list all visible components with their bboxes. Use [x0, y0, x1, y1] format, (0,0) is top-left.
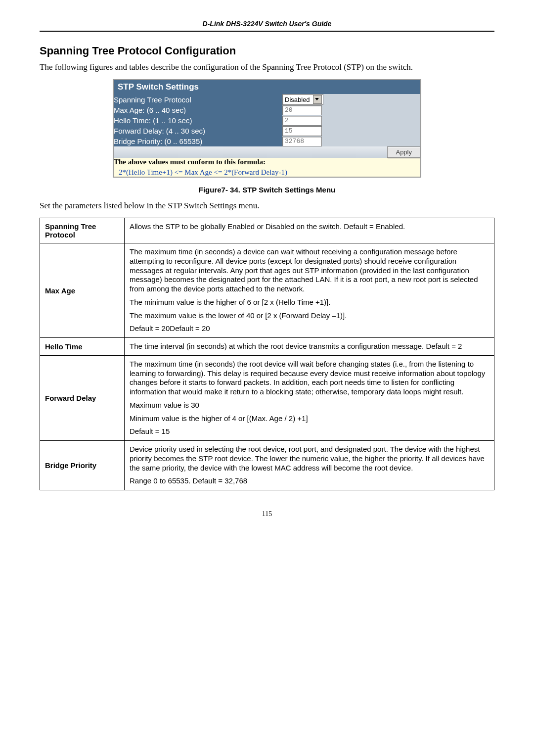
formula-line: 2*(Hello Time+1) <= Max Age <= 2*(Forwar…: [114, 168, 420, 177]
section-title: Spanning Tree Protocol Configuration: [40, 45, 494, 57]
param-text: The maximum time (in seconds) the root d…: [130, 360, 489, 397]
parameter-table: Spanning Tree Protocol Allows the STP to…: [40, 218, 494, 490]
table-row: Bridge Priority Device priority used in …: [40, 441, 494, 490]
table-row: Hello Time The time interval (in seconds…: [40, 338, 494, 356]
chevron-down-icon: [313, 95, 322, 104]
formula-title: The above values must conform to this fo…: [114, 158, 420, 166]
stp-hello-label: Hello Time: (1 .. 10 sec): [114, 115, 282, 126]
stp-bp-input[interactable]: 32768: [282, 137, 322, 146]
stp-maxage-label: Max Age: (6 .. 40 sec): [114, 105, 282, 115]
param-label: Forward Delay: [40, 355, 125, 440]
param-label: Hello Time: [40, 338, 125, 356]
param-text: The maximum value is the lower of 40 or …: [130, 311, 489, 321]
section-intro: The following figures and tables describ…: [40, 62, 494, 72]
param-label: Spanning Tree Protocol: [40, 218, 125, 243]
param-desc: The time interval (in seconds) at which …: [125, 338, 494, 356]
param-text: The maximum time (in seconds) a device c…: [130, 247, 489, 294]
param-desc: Device priority used in selecting the ro…: [125, 441, 494, 490]
param-text: Minimum value is the higher of 4 or [(Ma…: [130, 414, 489, 424]
param-text: Default = 20Default = 20: [130, 324, 489, 333]
param-text: The minimum value is the higher of 6 or …: [130, 298, 489, 307]
param-text: Allows the STP to be globally Enabled or…: [130, 222, 489, 232]
param-text: Default = 15: [130, 427, 489, 436]
param-text: Maximum value is 30: [130, 401, 489, 410]
param-text: The time interval (in seconds) at which …: [130, 342, 489, 351]
stp-protocol-select[interactable]: Disabled: [282, 94, 323, 105]
stp-hello-input[interactable]: 2: [282, 116, 322, 126]
apply-button[interactable]: Apply: [387, 146, 420, 158]
param-label: Bridge Priority: [40, 441, 125, 490]
page-header: D-Link DHS-3224V Switch User's Guide: [40, 20, 494, 30]
stp-panel-title: STP Switch Settings: [114, 80, 420, 94]
param-desc: The maximum time (in seconds) a device c…: [125, 243, 494, 338]
stp-fwd-input[interactable]: 15: [282, 126, 322, 136]
header-rule: [40, 31, 494, 32]
stp-maxage-input[interactable]: 20: [282, 105, 322, 115]
table-row: Max Age The maximum time (in seconds) a …: [40, 243, 494, 338]
table-row: Spanning Tree Protocol Allows the STP to…: [40, 218, 494, 243]
stp-settings-panel: STP Switch Settings Spanning Tree Protoc…: [113, 79, 421, 178]
stp-protocol-label: Spanning Tree Protocol: [114, 94, 282, 105]
param-desc: The maximum time (in seconds) the root d…: [125, 355, 494, 440]
param-text: Device priority used in selecting the ro…: [130, 445, 489, 472]
stp-fwd-label: Forward Delay: (4 .. 30 sec): [114, 126, 282, 136]
figure-caption: Figure7- 34. STP Switch Settings Menu: [40, 186, 494, 194]
stp-bp-label: Bridge Priority: (0 .. 65535): [114, 136, 282, 146]
stp-protocol-value: Disabled: [285, 96, 310, 103]
table-row: Forward Delay The maximum time (in secon…: [40, 355, 494, 440]
subnote: Set the parameters listed below in the S…: [40, 201, 494, 211]
param-label: Max Age: [40, 243, 125, 338]
page-number: 115: [40, 510, 494, 518]
param-desc: Allows the STP to be globally Enabled or…: [125, 218, 494, 243]
param-text: Range 0 to 65535. Default = 32,768: [130, 476, 489, 486]
